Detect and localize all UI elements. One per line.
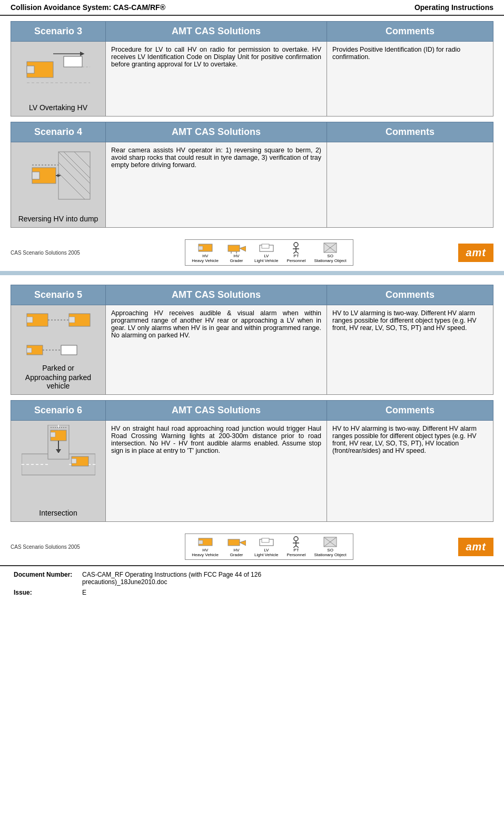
doc-number-value: CAS-CAM_RF Operating Instructions (with … — [79, 569, 493, 587]
scenario5-solution: Approaching HV receives audible & visual… — [106, 305, 327, 395]
legend-hv-label: Heavy Vehicle — [192, 258, 219, 263]
section-divider — [0, 271, 504, 275]
svg-rect-48 — [51, 432, 55, 437]
legend-hv-code-b: HV — [202, 548, 208, 552]
svg-marker-16 — [57, 174, 61, 177]
legend-lv-label: Light Vehicle — [254, 258, 278, 263]
svg-rect-59 — [262, 538, 269, 542]
scenario3-row: LV Overtaking HV Procedure for LV to cal… — [11, 42, 493, 117]
legend-pt-code: PT — [293, 254, 299, 258]
legend-hv-label-b: Heavy Vehicle — [192, 552, 219, 557]
svg-line-7 — [58, 152, 90, 183]
doc-number-row: Document Number: CAS-CAM_RF Operating In… — [11, 569, 493, 587]
scenario4-solutions-header: AMT CAS Solutions — [106, 122, 327, 142]
svg-rect-55 — [199, 540, 203, 544]
legend-grader-label: Grader — [230, 258, 243, 263]
scenario4-header: Scenario 4 — [11, 122, 106, 142]
legend-row-bottom: CAS Scenario Solutions 2005 HV Heavy Veh… — [0, 532, 504, 561]
scenario4-diagram-cell: Reversing HV into dump — [11, 142, 106, 228]
legend-hv-b: HV Heavy Vehicle — [192, 536, 219, 557]
legend-row-top: CAS Scenario Solutions 2005 HV Heavy Veh… — [0, 238, 504, 267]
scenario6-comments-header: Comments — [327, 401, 493, 421]
legend-so-label: Stationary Object — [314, 258, 346, 263]
svg-marker-20 — [240, 246, 246, 251]
svg-rect-24 — [262, 244, 269, 248]
legend-hv-code: HV — [202, 254, 208, 258]
page-header: Collision Avoidance System: CAS-CAM/RF® … — [0, 0, 504, 16]
svg-point-60 — [294, 537, 298, 541]
legend-lv-b: LV Light Vehicle — [254, 536, 278, 557]
doc-number-label: Document Number: — [11, 569, 79, 587]
svg-rect-6 — [58, 152, 90, 199]
legend-grader-b: HV Grader — [227, 536, 246, 557]
reversing-hv-diagram — [22, 147, 95, 210]
legend-pt-b: PT Personnel — [286, 536, 305, 557]
scenario5-comments-header: Comments — [327, 285, 493, 305]
scenario3-diagram-cell: LV Overtaking HV — [11, 42, 106, 117]
scenario5-solutions-header: AMT CAS Solutions — [106, 285, 327, 305]
svg-line-8 — [58, 162, 90, 194]
legend-pt-label-b: Personnel — [286, 552, 305, 557]
svg-rect-56 — [228, 539, 240, 546]
svg-rect-53 — [72, 459, 76, 463]
svg-rect-39 — [27, 348, 32, 353]
svg-line-9 — [58, 173, 85, 199]
legend-grader-code-b: HV — [233, 548, 239, 552]
legend-so-code: SO — [327, 254, 333, 258]
svg-line-10 — [64, 152, 90, 178]
scenario3-comments: Provides Positive Identification (ID) fo… — [327, 42, 493, 117]
header-title-right: Operating Instructions — [414, 3, 493, 12]
issue-label: Issue: — [11, 587, 79, 598]
scenario6-solution: HV on straight haul road approaching roa… — [106, 421, 327, 522]
legend-hv: HV Heavy Vehicle — [192, 242, 219, 263]
scenario6-row: Intersection HV on straight haul road ap… — [11, 421, 493, 522]
amt-logo-bottom: amt — [458, 538, 493, 556]
svg-point-25 — [294, 242, 298, 247]
scenario5-row: Parked or Approaching parked vehicle App… — [11, 305, 493, 395]
svg-rect-13 — [32, 172, 39, 179]
legend-lv-code-b: LV — [264, 548, 269, 552]
svg-rect-41 — [61, 345, 77, 355]
scenario6-table: Scenario 6 AMT CAS Solutions Comments — [11, 400, 493, 522]
cas-footer-text-top: CAS Scenario Solutions 2005 — [11, 250, 80, 256]
scenario3-header: Scenario 3 — [11, 22, 106, 42]
doc-footer-table: Document Number: CAS-CAM_RF Operating In… — [11, 569, 493, 598]
scenario3-table: Scenario 3 AMT CAS Solutions Comments — [11, 21, 493, 117]
svg-rect-34 — [27, 317, 33, 323]
svg-rect-1 — [27, 66, 34, 73]
issue-value: E — [79, 587, 493, 598]
scenario4-solution: Rear camera assists HV operator in: 1) r… — [106, 142, 327, 228]
scenario6-comments: HV to HV alarming is two-way. Different … — [327, 421, 493, 522]
doc-footer: Document Number: CAS-CAM_RF Operating In… — [0, 565, 504, 601]
scenario5-header: Scenario 5 — [11, 285, 106, 305]
header-title-left: Collision Avoidance System: CAS-CAM/RF® — [11, 3, 414, 12]
svg-line-11 — [74, 152, 90, 168]
legend-so-code-b: SO — [327, 548, 333, 552]
legend-pt: PT Personnel — [286, 242, 305, 263]
legend-grader-code: HV — [233, 254, 239, 258]
legend-lv: LV Light Vehicle — [254, 242, 278, 263]
svg-rect-18 — [199, 246, 203, 250]
main-content: Scenario 3 AMT CAS Solutions Comments — [0, 16, 504, 238]
scenario3-label: LV Overtaking HV — [16, 103, 100, 112]
lv-overtaking-hv-diagram — [22, 46, 95, 99]
legend-so: SO Stationary Object — [314, 242, 346, 263]
legend-so-b: SO Stationary Object — [314, 536, 346, 557]
scenario3-comments-header: Comments — [327, 22, 493, 42]
scenario4-comments-header: Comments — [327, 122, 493, 142]
svg-rect-3 — [64, 56, 82, 67]
scenario5-diagram-cell: Parked or Approaching parked vehicle — [11, 305, 106, 395]
scenario6-diagram-cell: Intersection — [11, 421, 106, 522]
scenario4-comments — [327, 142, 493, 228]
scenario3-solutions-header: AMT CAS Solutions — [106, 22, 327, 42]
legend-lv-code: LV — [264, 254, 269, 258]
scenario6-solutions-header: AMT CAS Solutions — [106, 401, 327, 421]
svg-marker-57 — [240, 540, 246, 546]
scenario3-solution: Procedure for LV to call HV on radio for… — [106, 42, 327, 117]
legend-grader-label-b: Grader — [230, 552, 243, 557]
issue-row: Issue: E — [11, 587, 493, 598]
scenario5-table: Scenario 5 AMT CAS Solutions Comments — [11, 285, 493, 395]
svg-rect-37 — [69, 317, 75, 323]
scenario5-label2: Approaching parked vehicle — [16, 373, 100, 390]
scenario6-label: Intersection — [16, 509, 100, 517]
